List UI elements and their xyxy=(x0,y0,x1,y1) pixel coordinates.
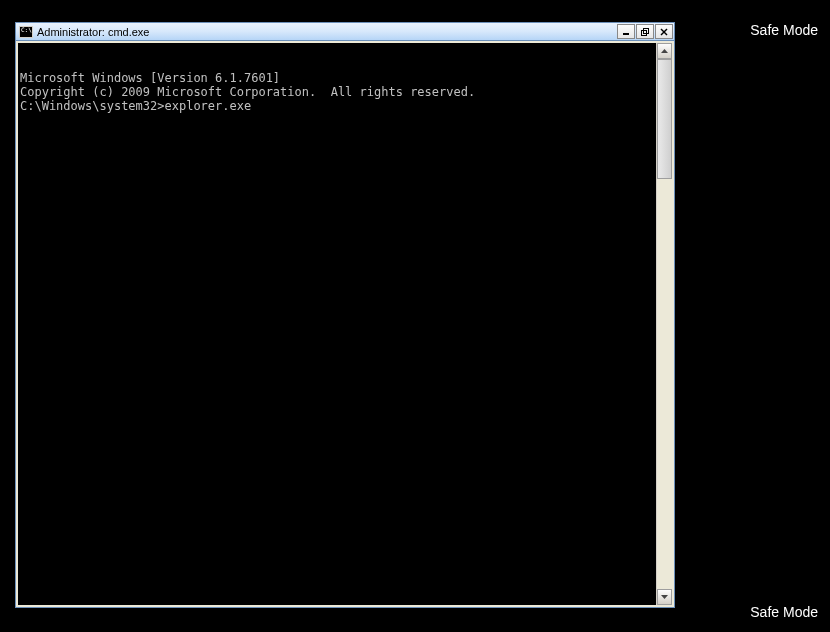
svg-marker-6 xyxy=(661,595,668,599)
console-prompt-line: C:\Windows\system32>explorer.exe xyxy=(20,99,654,113)
console-prompt: C:\Windows\system32> xyxy=(20,99,165,113)
chevron-down-icon xyxy=(661,595,668,599)
close-button[interactable] xyxy=(655,24,673,39)
chevron-up-icon xyxy=(661,49,668,53)
titlebar[interactable]: Administrator: cmd.exe xyxy=(16,23,674,41)
scroll-track[interactable] xyxy=(657,59,672,589)
close-icon xyxy=(660,28,668,36)
minimize-icon xyxy=(622,28,630,36)
svg-marker-5 xyxy=(661,49,668,53)
safe-mode-label-top: Safe Mode xyxy=(750,22,818,38)
vertical-scrollbar[interactable] xyxy=(656,43,672,605)
console-line: Microsoft Windows [Version 6.1.7601] xyxy=(20,71,654,85)
scroll-thumb[interactable] xyxy=(657,59,672,179)
maximize-icon xyxy=(641,28,650,36)
scroll-up-button[interactable] xyxy=(657,43,672,59)
maximize-button[interactable] xyxy=(636,24,654,39)
window-controls xyxy=(617,24,673,39)
console-line: Copyright (c) 2009 Microsoft Corporation… xyxy=(20,85,654,99)
safe-mode-label-bottom: Safe Mode xyxy=(750,604,818,620)
window-title: Administrator: cmd.exe xyxy=(37,26,617,38)
cmd-icon xyxy=(19,26,33,38)
client-area: Microsoft Windows [Version 6.1.7601]Copy… xyxy=(16,41,674,607)
console-output[interactable]: Microsoft Windows [Version 6.1.7601]Copy… xyxy=(18,43,656,605)
console-input[interactable]: explorer.exe xyxy=(165,99,252,113)
scroll-down-button[interactable] xyxy=(657,589,672,605)
minimize-button[interactable] xyxy=(617,24,635,39)
cmd-window: Administrator: cmd.exe Microsoft Windows… xyxy=(15,22,675,608)
